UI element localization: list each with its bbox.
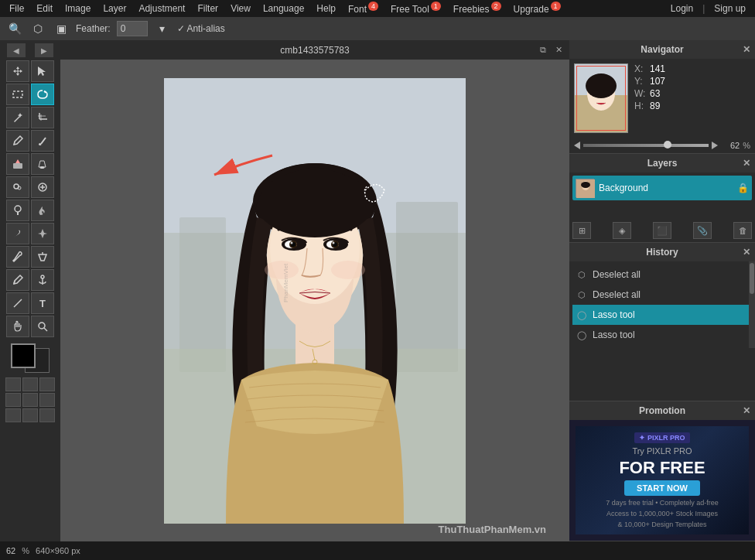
menu-filter[interactable]: Filter: [191, 2, 224, 15]
grid-btn-4[interactable]: [5, 393, 21, 407]
toolbar-polygon-icon[interactable]: ▣: [53, 20, 70, 37]
menu-file[interactable]: File: [3, 2, 30, 15]
zoom-slider-thumb[interactable]: [664, 141, 671, 149]
grid-btn-7[interactable]: [5, 408, 21, 422]
eyedropper-tool[interactable]: [6, 246, 29, 268]
toolbar-lasso-icon[interactable]: ⬡: [29, 20, 46, 37]
menu-adjustment[interactable]: Adjustment: [132, 2, 191, 15]
select-tool[interactable]: [31, 60, 54, 82]
nav-left[interactable]: ◀: [7, 43, 26, 57]
history-item-4[interactable]: ◯ Lasso tool: [572, 325, 752, 345]
sharpen-tool[interactable]: [31, 223, 54, 244]
history-item-2[interactable]: ⬡ Deselect all: [572, 285, 752, 305]
grid-btn-1[interactable]: [5, 377, 21, 391]
paint-bucket-tool[interactable]: [31, 153, 54, 175]
menu-freetool[interactable]: Free Tool1: [384, 1, 447, 16]
menu-font[interactable]: Font4: [342, 1, 384, 16]
crop-tool[interactable]: [31, 107, 54, 128]
signup-button[interactable]: Sign up: [708, 2, 752, 15]
nav-right[interactable]: ▶: [35, 43, 53, 57]
grid-btn-8[interactable]: [22, 408, 38, 422]
hand-tool[interactable]: [6, 316, 29, 337]
history-close[interactable]: ✕: [743, 247, 750, 258]
menu-layer[interactable]: Layer: [97, 2, 132, 15]
layer-type-icon[interactable]: ⊞: [572, 222, 591, 239]
coord-h-row: H: 89: [634, 101, 665, 111]
clone-tool[interactable]: [6, 176, 29, 198]
history-scroll-thumb: [750, 263, 754, 294]
grid-btn-9[interactable]: [39, 408, 55, 422]
layer-new-icon[interactable]: 📎: [693, 222, 712, 239]
navigator-thumbnail: [574, 63, 628, 133]
promotion-header: Promotion ✕: [569, 401, 755, 420]
brush-tool[interactable]: [31, 130, 54, 152]
grid-btn-5[interactable]: [22, 393, 38, 407]
layers-close[interactable]: ✕: [743, 158, 750, 169]
feather-dropdown[interactable]: ▾: [154, 20, 171, 37]
history-icon-1: ⬡: [576, 268, 588, 281]
text-tool[interactable]: T: [31, 292, 54, 314]
history-item-1[interactable]: ⬡ Deselect all: [572, 265, 752, 285]
menu-edit[interactable]: Edit: [30, 2, 59, 15]
magic-wand-tool[interactable]: [6, 107, 29, 128]
foreground-color-swatch[interactable]: [11, 343, 36, 368]
move-tool[interactable]: [6, 60, 29, 82]
rect-select-tool[interactable]: [6, 84, 29, 105]
layer-fx-icon[interactable]: ◈: [613, 222, 631, 239]
toolbar-search-icon[interactable]: 🔍: [6, 20, 23, 37]
zoom-slider[interactable]: [583, 144, 709, 147]
anti-alias-area: ✓ Anti-alias: [177, 23, 225, 34]
menu-upgrade[interactable]: Upgrade1: [507, 1, 567, 16]
menu-language[interactable]: Language: [257, 2, 310, 15]
pen-tool[interactable]: [6, 269, 29, 291]
canvas-content[interactable]: PhanMemViet ThuThuatPhanMem.vn: [60, 60, 569, 541]
layer-background[interactable]: Background 🔒: [572, 176, 752, 200]
zoom-out-icon[interactable]: [574, 142, 580, 149]
dodge-tool[interactable]: [6, 200, 29, 221]
tool-row-3: [6, 107, 54, 128]
tool-row-12: [6, 316, 54, 337]
zoom-value: 62: [721, 141, 740, 150]
navigator-close[interactable]: ✕: [743, 44, 750, 55]
promo-sub2: Access to 1,000,000+ Stock Images: [606, 510, 718, 517]
anchor-tool[interactable]: [31, 269, 54, 291]
promo-sub1: 7 days free trial • Completely ad-free: [606, 499, 719, 507]
heal-tool[interactable]: [31, 176, 54, 198]
history-icon-2: ⬡: [576, 289, 588, 301]
login-button[interactable]: Login: [664, 2, 699, 15]
maximize-icon[interactable]: ⧉: [537, 44, 549, 56]
promotion-close[interactable]: ✕: [743, 405, 750, 416]
tool-row-8: [6, 223, 54, 244]
zoom-in-icon[interactable]: [712, 142, 718, 149]
promo-sub3: & 10,000+ Design Templates: [617, 521, 706, 528]
promo-cta-button[interactable]: START NOW: [624, 480, 700, 496]
line-tool[interactable]: [6, 292, 29, 314]
feather-input[interactable]: [117, 21, 148, 36]
burn-tool[interactable]: [31, 200, 54, 221]
menu-image[interactable]: Image: [59, 2, 97, 15]
eraser-tool[interactable]: [6, 153, 29, 175]
layer-group-icon[interactable]: 🗑: [733, 222, 752, 239]
history-scrollbar[interactable]: [749, 261, 755, 348]
menu-freebies[interactable]: Freebies2: [447, 1, 507, 16]
navigator-title: Navigator: [641, 44, 683, 55]
grid-btn-2[interactable]: [22, 377, 38, 391]
close-icon[interactable]: ✕: [552, 44, 565, 56]
smudge-tool[interactable]: [6, 223, 29, 244]
w-label: W:: [634, 88, 647, 99]
grid-btn-3[interactable]: [39, 377, 55, 391]
layer-lock-icon: 🔒: [737, 183, 749, 193]
lasso-tool[interactable]: [31, 84, 54, 105]
history-section: History ✕ ⬡ Deselect all ⬡ Deselect all …: [569, 243, 755, 401]
color-replace-tool[interactable]: [31, 246, 54, 268]
zoom-tool[interactable]: [31, 316, 54, 337]
status-bar: 62 % 640×960 px: [0, 541, 755, 560]
layer-mask-icon[interactable]: ⬛: [653, 222, 671, 239]
history-title: History: [646, 247, 678, 258]
pencil-tool[interactable]: [6, 130, 29, 152]
history-item-3[interactable]: ◯ Lasso tool: [572, 305, 752, 325]
grid-btn-6[interactable]: [39, 393, 55, 407]
menu-help[interactable]: Help: [310, 2, 342, 15]
menu-view[interactable]: View: [224, 2, 257, 15]
svg-point-35: [291, 242, 293, 244]
